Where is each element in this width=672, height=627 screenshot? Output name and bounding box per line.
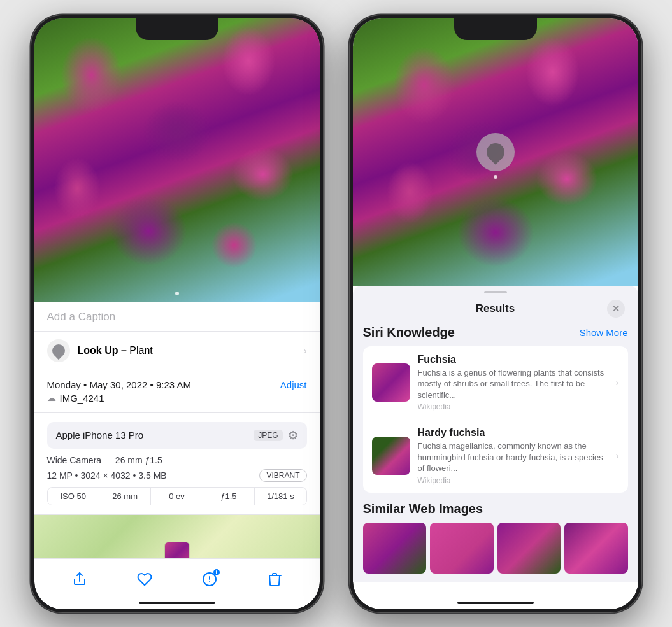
hardy-name: Hardy fuchsia [418,427,606,439]
filename: IMG_4241 [60,393,104,404]
left-photo [34,18,320,302]
web-images-row [363,523,628,574]
favorite-button[interactable] [136,570,154,588]
gear-icon: ⚙ [288,428,298,442]
results-title: Results [476,302,515,315]
cloud-icon: ☁ [47,393,56,403]
camera-section: Apple iPhone 13 Pro JPEG ⚙ Wide Camera —… [34,413,320,515]
right-phone: Results ✕ Siri Knowledge Show More [349,15,642,613]
knowledge-item-fuchsia[interactable]: Fuchsia Fuchsia is a genus of flowering … [363,346,628,420]
date-text: Monday • May 30, 2022 • 9:23 AM [47,379,191,390]
hardy-source: Wikipedia [418,476,606,485]
share-button[interactable] [71,570,89,588]
web-image-1[interactable] [363,523,427,574]
siri-knowledge-section: Siri Knowledge Show More Fuchsia Fuchsia… [353,325,638,502]
jpeg-badge: JPEG [254,430,282,441]
fuchsia-thumbnail [372,363,410,402]
siri-leaf-icon [483,139,508,165]
notch [136,18,218,40]
exif-shutter: 1/181 s [255,488,306,505]
info-badge-dot [213,569,220,575]
web-images-title: Similar Web Images [363,502,628,516]
info-button[interactable] [201,570,218,588]
siri-dot [494,175,497,179]
web-images-section: Similar Web Images [353,502,638,582]
camera-model: Apple iPhone 13 Pro [56,430,144,440]
exif-row: ISO 50 26 mm 0 ev ƒ1.5 1/181 s [47,487,307,505]
caption-area[interactable]: Add a Caption [34,302,320,332]
fuchsia-source: Wikipedia [418,402,606,411]
caption-placeholder[interactable]: Add a Caption [47,311,116,323]
right-notch [454,18,537,40]
results-header: Results ✕ [353,293,638,325]
exif-focal: 26 mm [99,488,151,505]
fuchsia-chevron-icon: › [616,377,619,388]
exif-ev: 0 ev [151,488,203,505]
hardy-content: Hardy fuchsia Fuchsia magellanica, commo… [418,427,606,485]
knowledge-item-hardy[interactable]: Hardy fuchsia Fuchsia magellanica, commo… [363,419,628,493]
hardy-chevron-icon: › [616,451,619,461]
info-section: Monday • May 30, 2022 • 9:23 AM Adjust ☁… [34,370,320,413]
adjust-button[interactable]: Adjust [280,379,307,390]
left-screen: Add a Caption Look Up – Plant › [34,18,320,609]
web-image-4[interactable] [564,523,628,574]
knowledge-card: Fuchsia Fuchsia is a genus of flowering … [363,346,628,493]
siri-button[interactable] [476,133,515,171]
show-more-button[interactable]: Show More [580,327,628,338]
web-image-2[interactable] [430,523,494,574]
lens-info: Wide Camera — 26 mm ƒ1.5 [47,455,307,465]
fuchsia-name: Fuchsia [418,354,606,365]
exif-iso: ISO 50 [48,488,99,505]
right-photo [353,18,638,286]
lookup-chevron-icon: › [304,346,307,356]
siri-knowledge-title: Siri Knowledge [363,325,455,340]
vibrant-badge: VIBRANT [259,469,306,482]
fuchsia-desc: Fuchsia is a genus of flowering plants t… [418,367,606,401]
home-indicator [139,602,215,604]
photo-dot [175,292,179,295]
hardy-desc: Fuchsia magellanica, commonly known as t… [418,440,606,474]
close-button[interactable]: ✕ [607,300,625,318]
right-screen: Results ✕ Siri Knowledge Show More [353,18,638,609]
lookup-text: Look Up – Plant [78,345,153,356]
left-phone: Add a Caption Look Up – Plant › [31,15,324,613]
right-home-indicator [457,602,534,604]
exif-aperture: ƒ1.5 [203,488,255,505]
delete-button[interactable] [266,570,283,588]
resolution-info: 12 MP • 3024 × 4032 • 3.5 MB [47,470,167,481]
fuchsia-content: Fuchsia Fuchsia is a genus of flowering … [418,354,606,412]
results-panel: Results ✕ Siri Knowledge Show More [353,286,638,582]
lookup-icon-bg [47,339,70,362]
web-image-3[interactable] [497,523,561,574]
hardy-thumbnail [372,437,410,475]
lookup-row[interactable]: Look Up – Plant › [34,332,320,370]
leaf-icon [49,341,67,359]
